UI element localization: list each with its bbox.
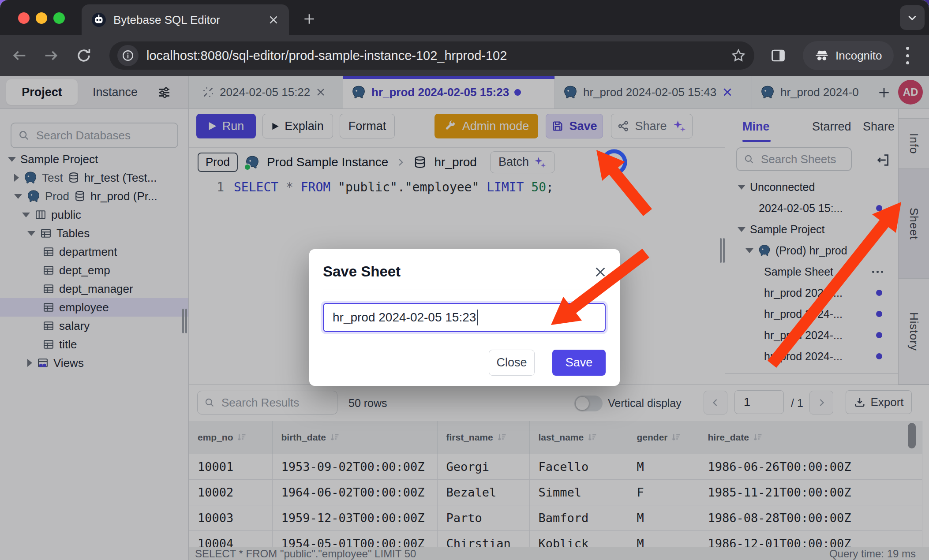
reload-button[interactable] (74, 46, 94, 65)
site-info-icon[interactable] (117, 45, 139, 66)
url-text: localhost:8080/sql-editor/prod-sample-in… (146, 49, 730, 63)
bookmark-star-icon[interactable] (730, 48, 746, 63)
close-modal-icon[interactable] (592, 264, 608, 280)
incognito-badge: Incognito (803, 41, 894, 70)
address-bar[interactable]: localhost:8080/sql-editor/prod-sample-in… (109, 41, 754, 70)
incognito-icon (814, 48, 829, 63)
back-button[interactable] (10, 46, 29, 65)
page-content: Project Instance Sample Project Test (0, 76, 929, 560)
close-window-button[interactable] (18, 12, 30, 24)
save-sheet-modal: Save Sheet hr_prod 2024-02-05 15:23 Clos… (309, 249, 620, 386)
forward-button[interactable] (41, 46, 61, 65)
new-tab-button[interactable] (299, 9, 319, 29)
sheet-name-input[interactable]: hr_prod 2024-02-05 15:23 (323, 303, 606, 332)
bytebase-favicon (91, 12, 106, 27)
modal-title: Save Sheet (323, 263, 401, 280)
modal-close-button[interactable]: Close (489, 350, 535, 376)
browser-chrome: Bytebase SQL Editor (0, 0, 929, 76)
incognito-label: Incognito (835, 49, 882, 63)
browser-tabstrip: Bytebase SQL Editor (0, 0, 929, 35)
side-panel-icon[interactable] (768, 46, 788, 65)
maximize-window-button[interactable] (53, 12, 65, 24)
browser-tab-title: Bytebase SQL Editor (113, 13, 261, 27)
modal-save-button[interactable]: Save (552, 350, 606, 376)
browser-menu-icon[interactable] (905, 47, 910, 64)
browser-tab[interactable]: Bytebase SQL Editor (82, 4, 289, 35)
browser-window: Bytebase SQL Editor (0, 0, 929, 560)
browser-navbar: localhost:8080/sql-editor/prod-sample-in… (0, 35, 929, 76)
minimize-window-button[interactable] (36, 12, 47, 24)
close-tab-icon[interactable] (268, 14, 279, 26)
divider (323, 290, 606, 290)
text-caret (477, 310, 478, 325)
screen: Bytebase SQL Editor (0, 0, 929, 560)
tab-search-chevron-button[interactable] (900, 5, 925, 30)
